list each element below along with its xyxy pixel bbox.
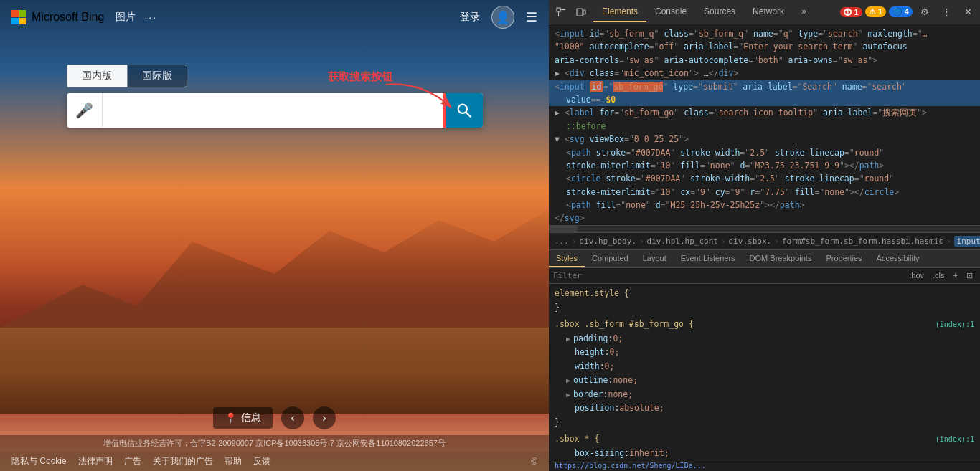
avatar-button[interactable]: 👤 [491, 6, 514, 29]
tree-line-selected[interactable]: <input id="sb_form_go" type="submit" ari… [549, 80, 980, 93]
styles-tab-accessibility[interactable]: Accessibility [870, 250, 927, 267]
inspect-element-button[interactable] [552, 3, 570, 22]
styles-tab-styles[interactable]: Styles [549, 250, 585, 267]
tree-line[interactable]: stroke-miterlimit="10" fill="none" d="M2… [549, 159, 980, 172]
device-icon [576, 7, 586, 17]
footer-links-bar: 隐私与 Cookie 法律声明 广告 关于我们的广告 帮助 反馈 © [0, 452, 549, 471]
styles-tab-properties[interactable]: Properties [819, 250, 869, 267]
styles-panel: Styles Computed Layout Event Listeners D… [549, 250, 980, 471]
tree-line[interactable]: ▶ <label for="sb_form_go" class="search … [549, 106, 980, 119]
search-input[interactable] [103, 104, 446, 117]
tab-domestic[interactable]: 国内版 [67, 65, 127, 87]
bing-logo[interactable]: Microsoft Bing [11, 10, 104, 24]
location-button[interactable]: 📍 信息 [213, 407, 273, 429]
tab-sources[interactable]: Sources [695, 2, 744, 22]
tree-line[interactable]: aria-controls="sw_as" aria-autocomplete=… [549, 54, 980, 67]
css-rule-element-style: element.style { } [549, 287, 980, 315]
search-icon [456, 103, 472, 118]
location-icon: 📍 [225, 412, 237, 424]
html-tree[interactable]: <input id="sb_form_q" class="sb_form_q" … [549, 24, 980, 225]
more-options-button[interactable]: ⋮ [937, 3, 956, 22]
close-devtools-button[interactable]: ✕ [958, 3, 977, 22]
styles-tab-computed[interactable]: Computed [585, 250, 636, 267]
login-button[interactable]: 登录 [460, 11, 480, 24]
css-prop-value: none; [608, 388, 633, 402]
devtools-status-bar: https://blog.csdn.net/Sheng/LIBa... [549, 460, 980, 471]
tree-line[interactable]: "1000" autocomplete="off" aria-label="En… [549, 40, 980, 53]
tree-line[interactable]: ▼ <svg viewBox="0 0 25 25"> [549, 133, 980, 146]
styles-tab-event-listeners[interactable]: Event Listeners [674, 250, 743, 267]
tab-elements[interactable]: Elements [593, 2, 646, 22]
footer-link-ads[interactable]: 广告 [124, 455, 141, 467]
css-close-brace: } [549, 416, 980, 430]
tab-network[interactable]: Network [744, 2, 793, 22]
tree-line[interactable]: ▶ <div class="mic_cont_icon"> …</div> [549, 67, 980, 80]
css-selector[interactable]: .sbox .sb_form #sb_form_go { [555, 318, 694, 332]
breadcrumb-hpl-cont[interactable]: div.hpl.hp_cont [647, 237, 718, 246]
device-toggle-button[interactable] [572, 3, 590, 22]
tree-line[interactable]: ::before [549, 120, 980, 133]
breadcrumb-form[interactable]: form#sb_form.sb_form.hassbi.hasmic [782, 237, 943, 246]
styles-filter-input[interactable] [553, 271, 906, 280]
tree-line-value[interactable]: value== $0 [549, 93, 980, 106]
tab-console[interactable]: Console [646, 2, 695, 22]
devtools-right-icons: ⓵ 1 ⚠ 1 🔵 4 ⚙ ⋮ ✕ [840, 3, 977, 22]
styles-tab-dom-breakpoints[interactable]: DOM Breakpoints [743, 250, 819, 267]
search-go-button[interactable] [446, 93, 483, 128]
footer-link-help[interactable]: 帮助 [225, 455, 242, 467]
filter-add-button[interactable]: + [951, 270, 961, 281]
info-badge: 🔵 4 [889, 6, 913, 17]
tree-line[interactable]: stroke-miterlimit="10" cx="9" cy="9" r="… [549, 186, 980, 199]
css-source-link[interactable]: (index):1 [936, 318, 974, 330]
css-selector[interactable]: .sbox * { [555, 432, 599, 447]
more-button[interactable]: ··· [144, 11, 157, 23]
svg-rect-3 [557, 8, 560, 11]
breadcrumb-hp-body[interactable]: div.hp_body. [580, 237, 636, 246]
css-rules-panel[interactable]: element.style { } .sbox .sb_form #sb_for… [549, 284, 980, 460]
tree-line[interactable]: <path fill="none" d="M25 25h-25v-25h25z"… [549, 199, 980, 211]
info-bar: 📍 信息 ‹ › [0, 401, 549, 435]
footer-link-privacy[interactable]: 隐私与 Cookie [11, 455, 67, 467]
expand-panel-button[interactable]: ⊡ [963, 270, 976, 281]
svg-rect-7 [583, 10, 585, 14]
images-link[interactable]: 图片 [116, 11, 136, 24]
tree-line[interactable]: </svg> [549, 211, 980, 224]
tree-line[interactable]: <circle stroke="#007DAA" stroke-width="2… [549, 172, 980, 185]
tree-line[interactable]: <input id="sb_form_q" class="sb_form_q" … [549, 27, 980, 40]
next-image-button[interactable]: › [313, 406, 336, 429]
tab-more[interactable]: » [793, 2, 815, 22]
styles-tab-layout[interactable]: Layout [636, 250, 674, 267]
tree-line[interactable]: <path stroke="#007DAA" stroke-width="2.5… [549, 146, 980, 159]
footer-link-feedback[interactable]: 反馈 [253, 455, 270, 467]
css-prop-value: none; [613, 374, 638, 388]
tab-international[interactable]: 国际版 [127, 65, 187, 87]
breadcrumb-bar: ... › div.hp_body. › div.hpl.hp_cont › d… [549, 232, 980, 250]
mic-button[interactable]: 🎤 [67, 93, 103, 128]
footer-link-legal[interactable]: 法律声明 [78, 455, 113, 467]
filter-cls-button[interactable]: .cls [930, 270, 948, 281]
footer-link-about-ads[interactable]: 关于我们的广告 [153, 455, 213, 467]
css-prop-value: inherit; [629, 447, 669, 460]
footer-icp-text: 增值电信业务经营许可：合字B2-20090007 京ICP备10036305号-… [0, 435, 549, 452]
expand-icon[interactable]: ▶ [566, 374, 570, 386]
css-prop-name: border [573, 388, 603, 402]
devtools-panel: Elements Console Sources Network » ⓵ 1 ⚠… [549, 0, 980, 471]
previous-image-button[interactable]: ‹ [281, 406, 304, 429]
css-prop-name: height [575, 346, 605, 360]
styles-tabs: Styles Computed Layout Event Listeners D… [549, 250, 980, 268]
css-prop-name: width [575, 360, 600, 374]
expand-icon[interactable]: ▶ [566, 333, 570, 345]
filter-hov-button[interactable]: :hov [906, 270, 927, 281]
css-selector[interactable]: element.style { [555, 287, 629, 301]
breadcrumb-sbox[interactable]: div.sbox. [729, 237, 772, 246]
hamburger-menu-button[interactable]: ☰ [526, 9, 537, 25]
search-area: 国内版 国际版 🎤 [67, 65, 483, 128]
breadcrumb-ellipsis[interactable]: ... [555, 237, 569, 246]
css-rule-sb-form-go: .sbox .sb_form #sb_form_go { (index):1 ▶… [549, 318, 980, 429]
settings-button[interactable]: ⚙ [915, 3, 934, 22]
breadcrumb-input-selected[interactable]: input#sb_form_go [954, 236, 980, 247]
bing-logo-text: Microsoft Bing [32, 11, 104, 24]
css-source-link[interactable]: (index):1 [936, 433, 974, 445]
html-tree-horizontal-scrollbar[interactable] [549, 225, 980, 232]
expand-icon[interactable]: ▶ [566, 389, 570, 401]
